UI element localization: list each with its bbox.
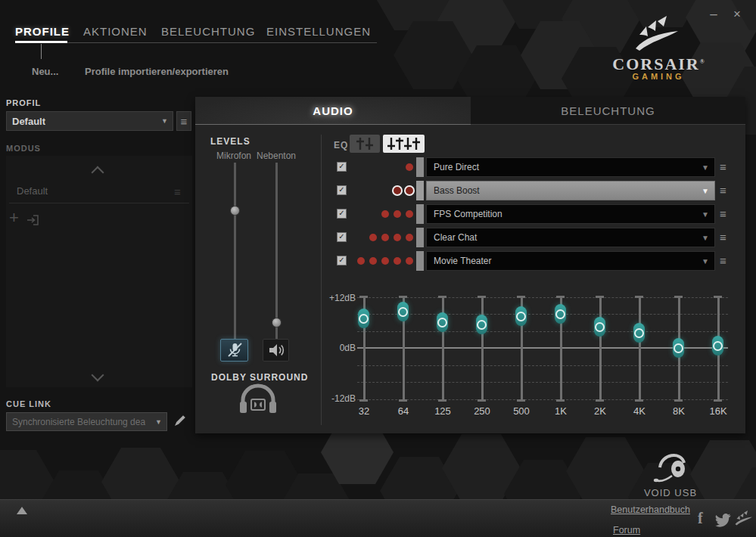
preset-dot-indicator: [347, 251, 413, 271]
eq-handle-ring: [555, 309, 565, 319]
edit-pencil-icon[interactable]: [173, 414, 187, 427]
eq-band-handle[interactable]: [594, 317, 605, 337]
preset-dot: [381, 257, 389, 265]
eq-band-handle[interactable]: [437, 312, 448, 332]
preset-dot-indicator: [347, 181, 413, 200]
nebenton-slider-handle[interactable]: [272, 318, 282, 327]
footer-expand-icon[interactable]: [17, 507, 27, 514]
mikrofon-label: Mikrofon: [216, 151, 251, 161]
subnav-import-export[interactable]: Profile importieren/exportieren: [85, 66, 229, 77]
dolby-surround-label: DOLBY SURROUND: [211, 372, 308, 383]
preset-checkbox[interactable]: ✓: [337, 185, 347, 195]
eq-band-handle[interactable]: [515, 306, 527, 326]
preset-menu-icon[interactable]: ≡: [720, 231, 726, 243]
mic-mute-button[interactable]: [220, 339, 248, 362]
modus-item-menu-icon[interactable]: ≡: [174, 186, 181, 197]
add-mode-button[interactable]: +: [9, 211, 19, 225]
preset-name: Bass Boost: [427, 185, 480, 196]
brand-subtitle: GAMING: [604, 72, 713, 82]
corsair-social-icon[interactable]: [734, 510, 754, 526]
nav-active-underline: [15, 41, 67, 43]
preset-row-bar: [416, 228, 424, 247]
tab-beleuchtung[interactable]: BELEUCHTUNG: [471, 97, 745, 125]
eq-ymin-label: -12dB: [325, 393, 356, 404]
twitter-icon[interactable]: [714, 514, 731, 527]
eq-band-handle[interactable]: [555, 304, 566, 324]
eq-simple-toggle-button[interactable]: [350, 135, 380, 153]
eq-advanced-toggle-button[interactable]: [383, 135, 425, 153]
preset-dot: [394, 187, 401, 194]
profil-select[interactable]: Default ▼: [6, 111, 173, 131]
preset-menu-icon[interactable]: ≡: [720, 185, 726, 196]
eq-band-handle[interactable]: [673, 338, 684, 358]
panel-divider: [321, 135, 322, 425]
preset-menu-icon[interactable]: ≡: [720, 255, 726, 266]
mikrofon-slider-track[interactable]: [234, 163, 236, 340]
preset-name: Clear Chat: [427, 232, 477, 243]
preset-checkbox[interactable]: ✓: [337, 256, 347, 265]
eq-label: EQ: [334, 140, 348, 151]
nav-item-profile[interactable]: PROFILE: [15, 25, 70, 38]
chevron-down-icon: ▼: [157, 117, 173, 125]
eq-band-handle[interactable]: [397, 302, 409, 321]
registered-mark: ®: [700, 58, 705, 65]
eq-handle-ring: [713, 341, 723, 351]
nav-item-beleuchtung[interactable]: BELEUCHTUNG: [161, 25, 255, 38]
device-name: VOID USB: [636, 487, 705, 498]
preset-checkbox[interactable]: ✓: [337, 162, 347, 172]
eq-handle-ring: [516, 312, 526, 321]
preset-select[interactable]: FPS Competition ▼: [426, 204, 715, 224]
preset-select[interactable]: Bass Boost ▼: [426, 181, 715, 200]
manual-link[interactable]: Benutzerhandbuch: [611, 504, 690, 515]
nebenton-label: Nebenton: [257, 151, 296, 161]
facebook-icon[interactable]: f: [698, 510, 703, 527]
cue-link-selected-value: Synchronisierte Beleuchtung dea: [7, 417, 145, 427]
preset-dot: [406, 257, 413, 265]
cue-link-select[interactable]: Synchronisierte Beleuchtung dea ▼: [6, 412, 167, 431]
preset-dot: [357, 257, 365, 265]
close-button[interactable]: ×: [728, 6, 746, 23]
speaker-mute-button[interactable]: [263, 339, 289, 362]
check-icon: ✓: [338, 185, 344, 194]
eq-handle-ring: [477, 320, 487, 330]
chevron-down-icon: ▼: [702, 163, 714, 172]
eq-handle-ring: [437, 318, 447, 327]
preset-row-bar: [416, 251, 424, 271]
mikrofon-slider-handle[interactable]: [230, 206, 240, 216]
modus-item-default[interactable]: Default: [17, 185, 48, 197]
nav-item-aktionen[interactable]: AKTIONEN: [83, 25, 148, 38]
dolby-headphone-icon[interactable]: [238, 383, 278, 414]
eq-band-handle[interactable]: [476, 315, 487, 334]
preset-select[interactable]: Clear Chat ▼: [426, 228, 715, 247]
eq-ymax-label: +12dB: [325, 293, 356, 303]
minimize-button[interactable]: –: [705, 6, 723, 23]
preset-menu-icon[interactable]: ≡: [720, 161, 726, 172]
preset-name: Movie Theater: [427, 256, 491, 266]
subnav-new[interactable]: Neu...: [32, 66, 58, 77]
preset-menu-icon[interactable]: ≡: [720, 208, 726, 219]
nav-item-einstellungen[interactable]: EINSTELLUNGEN: [266, 25, 371, 38]
cue-link-label: CUE LINK: [6, 399, 51, 408]
eq-band-handle[interactable]: [712, 336, 723, 355]
headset-icon: [652, 448, 689, 484]
preset-checkbox[interactable]: ✓: [337, 209, 347, 219]
preset-dot: [394, 234, 401, 241]
eq-band-handle[interactable]: [358, 309, 369, 328]
profil-label: PROFIL: [6, 98, 41, 107]
preset-dot: [406, 210, 413, 218]
tab-audio[interactable]: AUDIO: [195, 97, 471, 125]
preset-dot: [406, 234, 413, 241]
preset-dot: [369, 234, 377, 241]
eq-band-handle[interactable]: [633, 323, 645, 343]
profil-menu-button[interactable]: ≡: [176, 111, 191, 131]
preset-name: Pure Direct: [427, 162, 479, 172]
forum-link[interactable]: Forum: [613, 525, 640, 535]
nebenton-slider-track[interactable]: [275, 163, 278, 340]
speaker-icon: [267, 342, 285, 359]
import-mode-button[interactable]: [26, 214, 39, 226]
preset-select[interactable]: Movie Theater ▼: [426, 251, 715, 271]
check-icon: ✓: [338, 232, 344, 241]
preset-dot-indicator: [347, 157, 413, 177]
preset-checkbox[interactable]: ✓: [337, 232, 347, 242]
preset-select[interactable]: Pure Direct ▼: [426, 157, 715, 177]
